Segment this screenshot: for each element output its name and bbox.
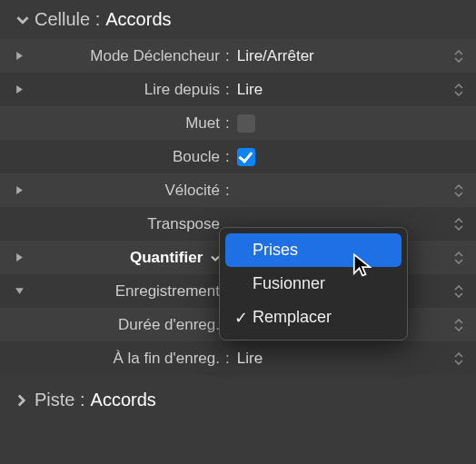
stepper-icon[interactable] (451, 285, 467, 298)
stepper-icon[interactable] (451, 50, 467, 63)
label-trigger-mode: Mode Déclencheur (33, 47, 225, 65)
track-header-prefix: Piste : (35, 390, 85, 410)
disclosure-icon[interactable] (5, 84, 33, 94)
chevron-right-icon (16, 394, 35, 407)
value-play-from[interactable]: Lire (237, 81, 451, 99)
checkmark-icon: ✓ (229, 308, 253, 328)
row-rec-end: À la fin d'enreg. : Lire (0, 341, 476, 375)
row-loop: Boucle : (0, 140, 476, 173)
label-velocity: Vélocité (33, 182, 225, 200)
label-rec-end: À la fin d'enreg. (33, 350, 225, 368)
disclosure-icon[interactable] (5, 51, 33, 61)
label-quantize: Quantifier (33, 249, 225, 267)
popup-item-takes[interactable]: Prises (225, 233, 402, 267)
label-mute: Muet (33, 114, 225, 133)
label-recording: Enregistrement (33, 282, 225, 301)
label-transpose: Transpose (33, 215, 225, 233)
cell-header-prefix: Cellule : (35, 9, 100, 30)
disclosure-icon[interactable] (5, 252, 33, 262)
popup-item-merge[interactable]: Fusionner (220, 267, 407, 301)
stepper-icon[interactable] (451, 84, 467, 96)
cell-header-name: Accords (105, 9, 171, 30)
value-trigger-mode[interactable]: Lire/Arrêter (237, 47, 451, 65)
stepper-icon[interactable] (451, 352, 467, 365)
value-rec-end[interactable]: Lire (237, 350, 451, 368)
loop-checkbox[interactable] (237, 148, 255, 166)
row-play-from: Lire depuis : Lire (0, 73, 476, 106)
stepper-icon[interactable] (451, 184, 467, 197)
recording-mode-popup: Prises Fusionner ✓ Remplacer (219, 227, 408, 341)
stepper-icon[interactable] (451, 319, 467, 331)
chevron-down-icon[interactable] (5, 287, 33, 295)
popup-item-replace[interactable]: ✓ Remplacer (220, 301, 407, 334)
track-section-header[interactable]: Piste : Accords (0, 380, 476, 420)
cell-section-header[interactable]: Cellule : Accords (0, 0, 476, 39)
disclosure-icon[interactable] (5, 185, 33, 195)
stepper-icon[interactable] (451, 218, 467, 231)
chevron-down-icon (16, 14, 35, 26)
label-play-from: Lire depuis (33, 81, 225, 99)
track-header-name: Accords (91, 390, 156, 410)
row-velocity: Vélocité : (0, 173, 476, 207)
row-trigger-mode: Mode Déclencheur : Lire/Arrêter (0, 39, 476, 73)
stepper-icon[interactable] (451, 252, 467, 264)
row-mute: Muet : (0, 106, 476, 140)
mute-checkbox[interactable] (237, 114, 255, 133)
label-rec-length: Durée d'enreg. (33, 316, 225, 334)
label-loop: Boucle (33, 148, 225, 166)
